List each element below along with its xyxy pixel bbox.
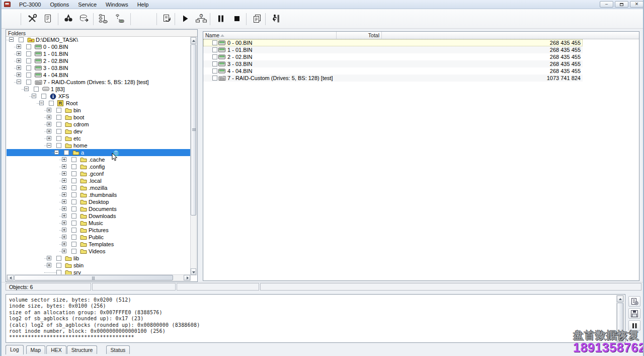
collapse-minus-icon[interactable] bbox=[39, 101, 44, 105]
file-list-row[interactable]: 1 - 01.BIN268 435 455 bbox=[203, 46, 583, 53]
expand-plus-icon[interactable] bbox=[62, 185, 66, 190]
menu-pc-3000[interactable]: PC-3000 bbox=[15, 1, 45, 9]
copy-button[interactable] bbox=[251, 13, 264, 26]
tree-checkbox[interactable] bbox=[71, 242, 76, 247]
expand-plus-icon[interactable] bbox=[17, 58, 21, 63]
expand-plus-icon[interactable] bbox=[17, 51, 21, 56]
tree-item-public[interactable]: Public bbox=[7, 234, 191, 241]
tree-item-0-00-bin[interactable]: 0 - 00.BIN bbox=[7, 43, 191, 50]
tree-item-music[interactable]: Music bbox=[7, 220, 191, 227]
log-scroll-up-button[interactable] bbox=[617, 296, 623, 302]
menu-help[interactable]: Help bbox=[133, 1, 153, 9]
expand-plus-icon[interactable] bbox=[62, 213, 66, 218]
tree-checkbox[interactable] bbox=[71, 206, 76, 211]
pause-button[interactable] bbox=[214, 13, 227, 26]
tree-checkbox[interactable] bbox=[71, 221, 76, 226]
expand-plus-icon[interactable] bbox=[62, 178, 66, 183]
tree-checkbox[interactable] bbox=[26, 58, 31, 63]
expand-plus-icon[interactable] bbox=[62, 192, 66, 197]
play-button[interactable] bbox=[179, 13, 192, 26]
tree-checkbox[interactable] bbox=[71, 249, 76, 254]
log-save-button[interactable] bbox=[628, 308, 640, 319]
tree-checkbox[interactable] bbox=[26, 73, 31, 78]
tree-item-etc[interactable]: etc bbox=[7, 135, 191, 142]
close-button[interactable]: ✕ bbox=[630, 1, 643, 8]
column-header-total[interactable]: Total bbox=[337, 32, 382, 39]
collapse-minus-icon[interactable] bbox=[24, 87, 29, 91]
restore-button[interactable] bbox=[615, 1, 628, 8]
tab-log[interactable]: Log bbox=[6, 345, 24, 354]
tree-checkbox[interactable] bbox=[56, 136, 61, 141]
tree-item-sbin[interactable]: sbin bbox=[7, 262, 191, 269]
tree-item-gconf[interactable]: .gconf bbox=[7, 170, 191, 177]
tree-item-desktop[interactable]: Desktop bbox=[7, 198, 191, 205]
tree-item-documents[interactable]: Documents bbox=[7, 205, 191, 212]
tab-status[interactable]: Status bbox=[106, 345, 130, 354]
tree-item-cache[interactable]: .cache bbox=[7, 156, 191, 163]
expand-plus-icon[interactable] bbox=[17, 73, 21, 77]
tree-item-local[interactable]: .local bbox=[7, 177, 191, 184]
tree-item-mozilla[interactable]: .mozilla bbox=[7, 184, 191, 191]
tree-checkbox[interactable] bbox=[71, 157, 76, 162]
tree-item-home[interactable]: home bbox=[7, 142, 191, 149]
expand-plus-icon[interactable] bbox=[62, 242, 66, 246]
expand-plus-icon[interactable] bbox=[47, 108, 51, 112]
row-checkbox[interactable] bbox=[212, 54, 217, 59]
disk-export-button[interactable] bbox=[77, 13, 91, 26]
tree-checkbox[interactable] bbox=[34, 87, 39, 92]
menu-windows[interactable]: Windows bbox=[101, 1, 133, 9]
tree-item-boot[interactable]: boot bbox=[7, 114, 191, 121]
menu-service[interactable]: Service bbox=[73, 1, 101, 9]
tree-checkbox[interactable] bbox=[71, 199, 76, 204]
exit-button[interactable] bbox=[269, 13, 282, 26]
expand-plus-icon[interactable] bbox=[62, 221, 66, 225]
expand-plus-icon[interactable] bbox=[17, 44, 21, 49]
expand-plus-icon[interactable] bbox=[62, 206, 66, 211]
row-checkbox[interactable] bbox=[212, 47, 217, 52]
tree-checkbox[interactable] bbox=[49, 101, 54, 106]
tree-item-d-demo-task[interactable]: D:\DEMO_TASK\ bbox=[7, 37, 191, 43]
tree-checkbox[interactable] bbox=[56, 122, 61, 127]
tree-checkbox[interactable] bbox=[71, 228, 76, 233]
log-new-doc-button[interactable] bbox=[628, 296, 640, 307]
expand-plus-icon[interactable] bbox=[62, 157, 66, 162]
collapse-minus-icon[interactable] bbox=[32, 94, 36, 98]
expand-plus-icon[interactable] bbox=[62, 228, 66, 232]
map-disk-button[interactable] bbox=[113, 13, 126, 26]
collapse-minus-icon[interactable] bbox=[47, 143, 51, 148]
tree-checkbox[interactable] bbox=[71, 235, 76, 240]
tree-checkbox[interactable] bbox=[19, 37, 24, 42]
expand-plus-icon[interactable] bbox=[47, 129, 51, 133]
raid-scheme-button[interactable]: ? bbox=[195, 13, 208, 26]
tab-map[interactable]: Map bbox=[26, 345, 45, 354]
collapse-minus-icon[interactable] bbox=[9, 37, 14, 42]
tree-checkbox[interactable] bbox=[56, 115, 61, 120]
file-list-row[interactable]: 7 - RAID-Custom (Drives: 5, BS: 128) [te… bbox=[203, 75, 583, 82]
expand-plus-icon[interactable] bbox=[62, 171, 66, 176]
minimize-button[interactable]: – bbox=[600, 1, 613, 8]
search-button[interactable] bbox=[62, 13, 75, 26]
tab-hex[interactable]: HEX bbox=[46, 345, 66, 354]
tree-item-4-04-bin[interactable]: 4 - 04.BIN bbox=[7, 72, 191, 79]
menu-options[interactable]: Options bbox=[45, 1, 73, 9]
tree-item-root[interactable]: RRoot bbox=[7, 100, 191, 107]
tree-checkbox[interactable] bbox=[71, 213, 76, 219]
tree-scroll-thumb[interactable] bbox=[191, 44, 196, 216]
tree-checkbox[interactable] bbox=[26, 80, 31, 85]
expand-plus-icon[interactable] bbox=[47, 263, 51, 267]
tree-checkbox[interactable] bbox=[26, 44, 31, 49]
expand-plus-icon[interactable] bbox=[62, 164, 66, 169]
tab-structure[interactable]: Structure bbox=[67, 345, 98, 354]
expand-plus-icon[interactable] bbox=[62, 199, 66, 204]
expand-plus-icon[interactable] bbox=[47, 256, 51, 260]
tree-hscroll-thumb[interactable] bbox=[14, 275, 173, 280]
row-checkbox[interactable] bbox=[212, 76, 217, 81]
tree-checkbox[interactable] bbox=[41, 94, 46, 99]
open-task-button[interactable] bbox=[160, 13, 174, 26]
file-list-row[interactable]: 2 - 02.BIN268 435 455 bbox=[203, 53, 583, 60]
tree-item-a[interactable]: a bbox=[7, 149, 191, 156]
tree-item-dev[interactable]: dev bbox=[7, 128, 191, 135]
tree-checkbox[interactable] bbox=[56, 129, 61, 134]
collapse-minus-icon[interactable] bbox=[54, 150, 59, 155]
tree-checkbox[interactable] bbox=[71, 178, 76, 183]
